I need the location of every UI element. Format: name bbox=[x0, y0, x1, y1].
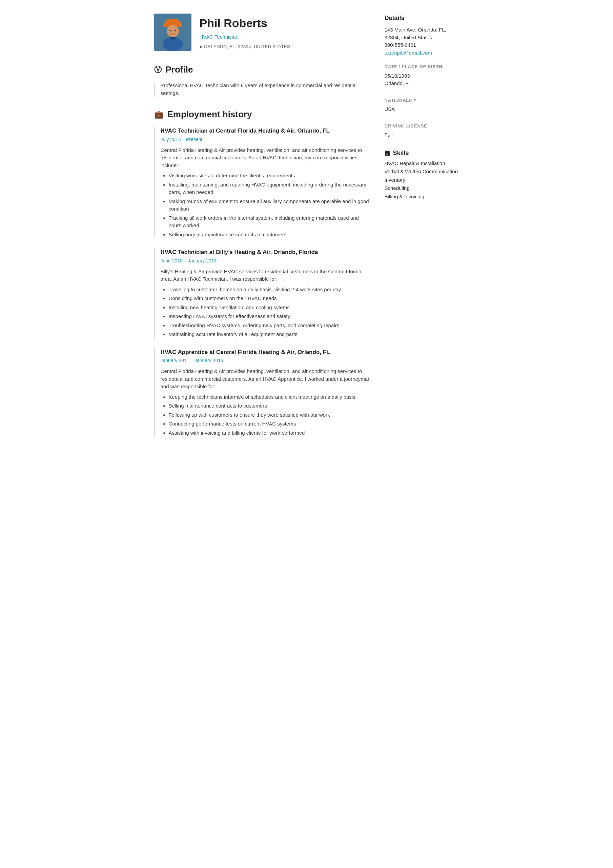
candidate-name: Phil Roberts bbox=[200, 15, 290, 32]
job-1-bullets: Visiting work sites to determine the cli… bbox=[161, 172, 371, 239]
candidate-location: ● ORLANDO, FL, 32804, UNITED STATES bbox=[200, 43, 290, 50]
location-icon: ● bbox=[200, 43, 202, 50]
skills-section: ▩ Skills HVAC Repair & Installation Verb… bbox=[385, 149, 459, 201]
driving-section: DRIVING LICENSE Full bbox=[385, 123, 459, 139]
phone: 890-555-0401 bbox=[385, 41, 459, 49]
bullet-item: Installing new heating, ventilation, and… bbox=[169, 304, 371, 312]
job-3-desc: Central Florida Heating & Air provides h… bbox=[161, 367, 371, 391]
bullet-item: Traveling to customer’ homes on a daily … bbox=[169, 286, 371, 294]
dob-section: DATE / PLACE OF BIRTH 05/10/1983 Orlando… bbox=[385, 64, 459, 87]
profile-icon: Ⓥ bbox=[154, 64, 162, 75]
skill-item: Scheduling bbox=[385, 184, 459, 192]
skill-item: Inventory bbox=[385, 176, 459, 184]
profile-section-title: Ⓥ Profile bbox=[154, 63, 371, 76]
avatar bbox=[154, 14, 192, 51]
job-2: HVAC Technician at Billy’s Heating & Air… bbox=[154, 248, 371, 338]
nationality-label: NATIONALITY bbox=[385, 97, 459, 104]
email-link[interactable]: example@email.com bbox=[385, 50, 432, 56]
skills-title: ▩ Skills bbox=[385, 149, 459, 158]
job-3-dates: January 2011 – January 2013 bbox=[161, 357, 371, 364]
candidate-title: HVAC Technician bbox=[200, 33, 290, 41]
details-section: Details 143 Main Ave, Orlando, FL, 32804… bbox=[385, 14, 459, 57]
nationality-value: USA bbox=[385, 105, 459, 113]
job-1-desc: Central Florida Heating & Air provides h… bbox=[161, 146, 371, 169]
skills-icon: ▩ bbox=[385, 149, 390, 158]
svg-point-6 bbox=[169, 30, 171, 31]
sidebar: Details 143 Main Ave, Orlando, FL, 32804… bbox=[385, 14, 459, 448]
address: 143 Main Ave, Orlando, FL, 32804, United… bbox=[385, 26, 459, 41]
job-1-dates: July 2013 – Present bbox=[161, 136, 371, 143]
employment-section: 💼 Employment history HVAC Technician at … bbox=[154, 108, 371, 437]
profile-text: Professional HVAC Technician with 6 year… bbox=[154, 82, 371, 97]
bullet-item: Installing, maintaining, and repairing H… bbox=[169, 181, 371, 196]
job-2-dates: June 2010 – January 2013 bbox=[161, 257, 371, 265]
main-content: Phil Roberts HVAC Technician ● ORLANDO, … bbox=[154, 14, 371, 448]
job-1: HVAC Technician at Central Florida Heati… bbox=[154, 127, 371, 239]
briefcase-icon: 💼 bbox=[154, 109, 163, 120]
profile-section: Ⓥ Profile Professional HVAC Technician w… bbox=[154, 63, 371, 97]
skill-item: Billing & Invoicing bbox=[385, 193, 459, 201]
job-3: HVAC Apprentice at Central Florida Heati… bbox=[154, 348, 371, 437]
dob-value: 05/10/1983 bbox=[385, 72, 459, 80]
svg-point-7 bbox=[174, 30, 176, 31]
bullet-item: Selling maintenance contracts to custome… bbox=[169, 402, 371, 410]
bullet-item: Conducting performance tests on current … bbox=[169, 420, 371, 428]
dob-place: Orlando, FL bbox=[385, 80, 459, 87]
skills-list: HVAC Repair & Installation Verbal & Writ… bbox=[385, 160, 459, 201]
bullet-item: Inspecting HVAC systems for effectivenes… bbox=[169, 313, 371, 321]
bullet-item: Following up with customers to ensure th… bbox=[169, 411, 371, 419]
employment-section-title: 💼 Employment history bbox=[154, 108, 371, 121]
job-2-title: HVAC Technician at Billy’s Heating & Air… bbox=[161, 248, 371, 257]
bullet-item: Troubleshooting HVAC systems, ordering n… bbox=[169, 322, 371, 330]
bullet-item: Maintaining accurate inventory of all eq… bbox=[169, 330, 371, 338]
driving-label: DRIVING LICENSE bbox=[385, 123, 459, 130]
driving-value: Full bbox=[385, 131, 459, 139]
details-title: Details bbox=[385, 14, 459, 23]
skill-item: HVAC Repair & Installation bbox=[385, 160, 459, 167]
nationality-section: NATIONALITY USA bbox=[385, 97, 459, 113]
job-3-bullets: Keeping the technicians informed of sche… bbox=[161, 393, 371, 437]
job-3-title: HVAC Apprentice at Central Florida Heati… bbox=[161, 348, 371, 357]
job-2-bullets: Traveling to customer’ homes on a daily … bbox=[161, 286, 371, 338]
resume-page: Phil Roberts HVAC Technician ● ORLANDO, … bbox=[144, 0, 469, 461]
bullet-item: Keeping the technicians informed of sche… bbox=[169, 393, 371, 401]
bullet-item: Visiting work sites to determine the cli… bbox=[169, 172, 371, 180]
skill-item: Verbal & Written Communication bbox=[385, 168, 459, 176]
bullet-item: Consulting with customers on their HVAC … bbox=[169, 294, 371, 302]
svg-point-5 bbox=[167, 25, 179, 37]
dob-label: DATE / PLACE OF BIRTH bbox=[385, 64, 459, 70]
header-info: Phil Roberts HVAC Technician ● ORLANDO, … bbox=[200, 15, 290, 50]
job-1-title: HVAC Technician at Central Florida Heati… bbox=[161, 127, 371, 135]
bullet-item: Assisting with invoicing and billing cli… bbox=[169, 429, 371, 437]
header-section: Phil Roberts HVAC Technician ● ORLANDO, … bbox=[154, 14, 371, 51]
job-2-desc: Billy’s Heating & Air provide HVAC servi… bbox=[161, 268, 371, 283]
bullet-item: Selling ongoing maintenance contracts to… bbox=[169, 231, 371, 239]
bullet-item: Making rounds of equipment to ensure all… bbox=[169, 198, 371, 213]
bullet-item: Tracking all work orders in the internal… bbox=[169, 214, 371, 229]
